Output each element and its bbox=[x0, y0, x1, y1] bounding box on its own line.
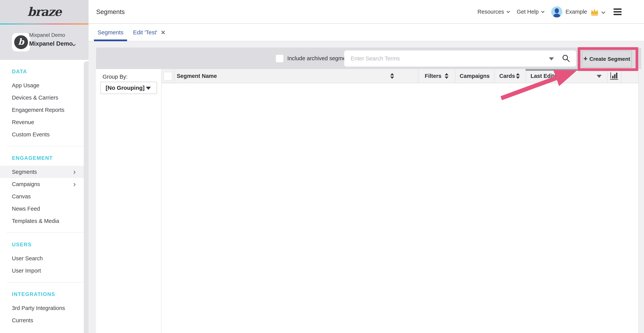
divider bbox=[621, 69, 622, 83]
horizontal-scrollbar-thumb[interactable] bbox=[526, 69, 600, 71]
avatar bbox=[551, 6, 562, 18]
braze-dashboard: braze b Mixpanel Demo Mixpanel Demo DATA… bbox=[0, 0, 644, 333]
logo-block: braze bbox=[0, 0, 88, 24]
divider bbox=[6, 146, 84, 146]
close-icon[interactable]: ✕ bbox=[161, 29, 166, 36]
last-edited-dropdown-caret-icon[interactable] bbox=[597, 75, 602, 78]
nav-section-users: USERS User Search User Import bbox=[0, 242, 88, 282]
section-title-engagement: ENGAGEMENT bbox=[12, 155, 88, 161]
top-bar-actions: Resources Get Help Example bbox=[478, 0, 622, 24]
section-title-users: USERS bbox=[12, 242, 88, 248]
group-by-panel: Group By: [No Grouping] bbox=[96, 69, 162, 333]
include-archived-label: Include archived segments bbox=[287, 48, 354, 69]
chevron-down-icon bbox=[506, 10, 510, 13]
segments-toolbar: Include archived segments + Create Segme… bbox=[96, 48, 641, 69]
sidebar-item-custom-events[interactable]: Custom Events bbox=[0, 128, 84, 141]
group-by-value: [No Grouping] bbox=[106, 82, 144, 94]
group-by-label: Group By: bbox=[102, 74, 128, 80]
chevron-right-icon: › bbox=[73, 166, 76, 178]
tabs-bar: Segments Edit 'Test' ✕ bbox=[88, 24, 644, 41]
sidebar-item-engagement-reports[interactable]: Engagement Reports bbox=[0, 104, 84, 116]
nav-section-data: DATA App Usage Devices & Carriers Engage… bbox=[0, 69, 88, 146]
divider bbox=[6, 232, 84, 233]
section-title-integrations: INTEGRATIONS bbox=[12, 291, 88, 297]
sidebar-item-app-usage[interactable]: App Usage bbox=[0, 79, 84, 92]
section-title-data: DATA bbox=[12, 69, 88, 75]
create-segment-button[interactable]: + Create Segment bbox=[582, 51, 632, 68]
active-tab-underline bbox=[94, 40, 127, 41]
sort-icon[interactable] bbox=[516, 73, 520, 79]
sort-icon[interactable] bbox=[445, 73, 448, 79]
divider bbox=[638, 69, 639, 333]
get-help-menu[interactable]: Get Help bbox=[517, 9, 544, 15]
sidebar: braze b Mixpanel Demo Mixpanel Demo DATA… bbox=[0, 0, 88, 333]
column-header-filters[interactable]: Filters bbox=[418, 69, 455, 83]
chevron-right-icon: › bbox=[73, 178, 76, 190]
tab-segments[interactable]: Segments bbox=[94, 24, 127, 41]
braze-logo: braze bbox=[28, 5, 61, 19]
workspace-monogram-icon: b bbox=[14, 35, 28, 49]
segments-table-body bbox=[162, 83, 638, 333]
sidebar-item-user-search[interactable]: User Search bbox=[0, 252, 84, 264]
sidebar-item-devices-carriers[interactable]: Devices & Carriers bbox=[0, 92, 84, 104]
top-bar: Segments Resources Get Help Example bbox=[88, 0, 644, 24]
bar-chart-icon bbox=[610, 72, 618, 80]
divider bbox=[6, 282, 84, 282]
sidebar-item-currents[interactable]: Currents bbox=[0, 314, 84, 326]
sidebar-item-campaigns[interactable]: Campaigns › bbox=[0, 178, 84, 190]
divider bbox=[174, 69, 174, 83]
search-field bbox=[344, 51, 576, 67]
sidebar-item-news-feed[interactable]: News Feed bbox=[0, 203, 84, 215]
user-name: Example bbox=[566, 9, 587, 15]
sidebar-item-3rd-party-integrations[interactable]: 3rd Party Integrations bbox=[0, 302, 84, 314]
chevron-down-icon bbox=[602, 10, 605, 14]
plus-icon: + bbox=[584, 55, 588, 63]
search-input[interactable] bbox=[351, 51, 546, 67]
segments-table-header: Segment Name Filters Campaigns Cards Las… bbox=[162, 69, 638, 83]
column-header-cards[interactable]: Cards bbox=[494, 69, 526, 83]
sidebar-item-canvas[interactable]: Canvas bbox=[0, 190, 84, 203]
resources-menu[interactable]: Resources bbox=[478, 9, 510, 15]
workspace-logo: b bbox=[12, 33, 30, 51]
workspace-company-label: Mixpanel Demo bbox=[29, 32, 65, 38]
sidebar-item-templates-media[interactable]: Templates & Media bbox=[0, 215, 84, 227]
include-archived-checkbox[interactable] bbox=[276, 55, 284, 63]
crown-icon bbox=[590, 8, 599, 16]
search-icon[interactable] bbox=[562, 54, 570, 63]
nav-section-integrations: INTEGRATIONS 3rd Party Integrations Curr… bbox=[0, 291, 88, 326]
workspace-selector[interactable]: b Mixpanel Demo Mixpanel Demo bbox=[0, 25, 88, 60]
sidebar-item-segments[interactable]: Segments › bbox=[0, 166, 84, 178]
sort-icon[interactable] bbox=[390, 73, 394, 79]
nav-section-engagement: ENGAGEMENT Segments › Campaigns › Canvas… bbox=[0, 155, 88, 233]
select-all-checkbox[interactable] bbox=[164, 72, 172, 80]
tab-edit-test[interactable]: Edit 'Test' ✕ bbox=[133, 24, 166, 41]
search-dropdown-caret-icon[interactable] bbox=[549, 57, 554, 61]
group-by-dropdown[interactable]: [No Grouping] bbox=[100, 82, 157, 94]
column-header-analytics[interactable] bbox=[607, 69, 621, 83]
sidebar-item-user-import[interactable]: User Import bbox=[0, 264, 84, 277]
chevron-down-icon bbox=[541, 10, 544, 13]
sidebar-scrollbar[interactable] bbox=[84, 61, 88, 333]
sidebar-nav: DATA App Usage Devices & Carriers Engage… bbox=[0, 60, 88, 333]
column-header-segment-name[interactable]: Segment Name bbox=[177, 69, 403, 83]
sidebar-item-revenue[interactable]: Revenue bbox=[0, 116, 84, 128]
column-header-last-edited[interactable]: Last Edited bbox=[526, 69, 607, 83]
avatar-person-icon bbox=[555, 8, 559, 13]
column-header-campaigns[interactable]: Campaigns bbox=[455, 69, 494, 83]
dropdown-caret-icon bbox=[146, 87, 151, 90]
hamburger-menu-icon[interactable] bbox=[614, 9, 622, 15]
user-menu[interactable]: Example bbox=[551, 6, 605, 18]
workspace-app-name: Mixpanel Demo bbox=[29, 40, 73, 47]
page-title: Segments bbox=[96, 0, 125, 24]
